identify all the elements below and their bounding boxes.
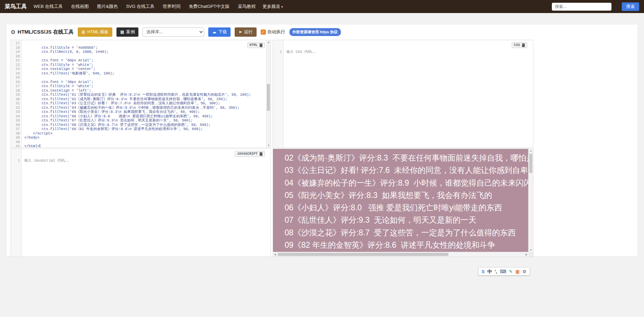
trash-icon[interactable] (522, 43, 525, 47)
nav-menu: WEB 在线工具在线画图图片&颜色SVG 在线工具世界时间免费ChatGPT中文… (34, 3, 256, 10)
html-template-button[interactable]: ▤ HTML 模板 (78, 27, 112, 37)
code-line: 17 (11, 41, 266, 46)
nav-item[interactable]: 在线画图 (71, 3, 89, 10)
search-input[interactable] (552, 3, 611, 11)
scrollbar-thumb[interactable] (267, 84, 270, 111)
chinese-mode-icon[interactable]: 中 (487, 269, 492, 274)
text-cursor (40, 144, 40, 148)
code-line: 19 ctx.fillRect(0, 0, 1080, 1440); (11, 50, 266, 54)
site-logo[interactable]: 菜鸟工具 (5, 3, 27, 10)
css-panel-label: CSS (512, 42, 527, 48)
preview-text-line: 02《成为简·奥斯汀》评分:8.3 不要在任何事物面前迷失掉自我，哪怕是教条 (285, 152, 529, 164)
example-button[interactable]: ▦ 案例 (116, 27, 138, 37)
nav-item[interactable]: SVG 在线工具 (126, 3, 154, 10)
gear-icon: ⚙ (11, 29, 15, 35)
editor-toolbar: ⚙ HTML/CSS/JS 在线工具 ▤ HTML 模板 ▦ 案例 选择库...… (7, 24, 637, 39)
preview-vertical-scrollbar[interactable]: ▲ ▼ (528, 149, 533, 252)
scrollbar-corner (529, 252, 533, 257)
scroll-right-icon[interactable]: ▶ (524, 252, 529, 257)
checkbox-checked-icon[interactable]: ✓ (261, 30, 266, 35)
https-notice-badge: 外部资源请使用 https 协议 (289, 28, 341, 36)
preview-canvas: 02《成为简·奥斯汀》评分:8.3 不要在任何事物面前迷失掉自我，哪怕是教条03… (273, 149, 529, 252)
nav-item-more-channels[interactable]: 更多频道▾ (262, 3, 283, 10)
preview-text-line: 08《沙漠之花》评分:8.7 受了这些苦，一定是为了什么值得的东西 (285, 226, 529, 239)
settings-icon[interactable]: ⚙ (522, 269, 527, 274)
toolbox-icon[interactable]: ▦ (516, 269, 520, 274)
scrollbar-thumb[interactable] (529, 154, 532, 173)
template-icon: ▤ (82, 30, 85, 34)
run-button[interactable]: ➤ 运行 (235, 27, 256, 37)
list-icon: ▦ (120, 30, 124, 34)
code-line: 35 ctx.fillText('07《乱世佳人》评分:9.3\n 无论如何，明… (11, 118, 266, 123)
code-line: 22 ctx.fillStyle = 'white'; (11, 63, 266, 67)
chevron-down-icon: ▾ (281, 5, 283, 9)
js-panel-label: JAVASCRIPT (235, 151, 265, 157)
paper-plane-icon: ➤ (238, 30, 242, 34)
scroll-left-icon[interactable]: ◀ (273, 252, 277, 257)
code-line: 20 (11, 54, 266, 59)
code-line: 26 ctx.font = '30px Arial'; (11, 80, 266, 84)
preview-text-line: 07《乱世佳人》评分:9.3 无论如何，明天又是新的一天 (285, 214, 529, 226)
scroll-down-icon[interactable]: ▼ (267, 143, 271, 148)
page-title: ⚙ HTML/CSS/JS 在线工具 (11, 29, 74, 35)
code-line: 21 ctx.font = '60px Arial'; (11, 58, 266, 63)
top-navbar: 菜鸟工具 WEB 在线工具在线画图图片&颜色SVG 在线工具世界时间免费Chat… (0, 0, 644, 13)
code-line: 29 ctx.fillText('01《穿普拉达的女王》经典 评分:8.2\n … (11, 93, 266, 97)
code-line: 38 </script> (11, 131, 266, 136)
html-editor-panel[interactable]: 1718 ctx.fillStyle = '#a095bd';19 ctx.fi… (11, 40, 271, 148)
trash-icon[interactable] (259, 43, 263, 47)
preview-text-line: 04《被嫌弃的松子的一生》评分:8.9 小时候，谁都觉得自己的未来闪闪发光，不是… (285, 177, 529, 189)
nav-item[interactable]: WEB 在线工具 (34, 3, 63, 10)
scroll-up-icon[interactable]: ▲ (267, 40, 271, 44)
punctuation-icon[interactable]: ’, (495, 269, 497, 274)
code-line: 34 ctx.fillText('06《小妇人》评分:8.0 强推\n 爱是我们… (11, 114, 266, 119)
code-line: 39</body> (11, 136, 266, 140)
preview-horizontal-scrollbar[interactable]: ◀ ▶ (273, 252, 529, 257)
js-code-area[interactable]: 1输入 JavaScript 代码…… (11, 150, 266, 257)
nav-item[interactable]: 菜鸟教程 (238, 3, 256, 10)
code-line: 23 ctx.textAlign = 'center'; (11, 67, 266, 71)
code-line: 37 ctx.fillText('09《82 年生的金智英》评分:8.6\n 讲… (11, 127, 266, 131)
code-line: 24 ctx.fillText('电影推荐', 540, 100); (11, 71, 266, 76)
css-placeholder: 输入 CSS 代码…… (285, 50, 316, 54)
line-number: 1 (11, 158, 23, 163)
js-placeholder: 输入 JavaScript 代码…… (23, 158, 69, 163)
nav-item[interactable]: 免费ChatGPT中文版 (189, 3, 230, 10)
preview-text-line: 05《阳光小美女》评分:8.3 如果我想要飞，我会有办法飞的 (285, 189, 529, 201)
scrollbar-thumb[interactable] (278, 253, 448, 256)
preview-text-line: 03《公主日记》好看! 评分:7.6 未经你的同意，没有人能让你感到自卑 (285, 164, 529, 176)
preview-text-line: 09《82 年生的金智英》评分:8.6 讲述平凡女性的处境和斗争 (285, 239, 529, 251)
nav-item[interactable]: 图片&颜色 (97, 3, 118, 10)
scroll-up-icon[interactable]: ▲ (529, 149, 533, 153)
css-editor-panel[interactable]: 1输入 CSS 代码…… CSS (273, 40, 533, 148)
html-editor-scrollbar[interactable]: ▲ ▼ (266, 40, 271, 148)
search-button[interactable]: 搜索 (622, 2, 639, 11)
pencil-icon[interactable]: ✎ (509, 269, 513, 274)
code-line: 18 ctx.fillStyle = '#a095bd'; (11, 46, 266, 50)
code-line: 28 ctx.textAlign = 'left'; (11, 89, 266, 93)
code-line: 41</html> (11, 144, 266, 148)
code-line: 33 ctx.fillText('05《阳光小美女》评分:8.3\n 如果我想要… (11, 110, 266, 114)
trash-icon[interactable] (259, 152, 263, 156)
auto-run-toggle[interactable]: ✓ 自动执行 (261, 29, 285, 35)
line-number: 1 (273, 50, 285, 54)
cloud-download-icon: ☁ (212, 30, 216, 34)
code-line: 30 ctx.fillText('02《成为简·奥斯汀》评分:8.3\n 不要在… (11, 97, 266, 102)
code-line: 40 (11, 140, 266, 144)
css-code-area[interactable]: 1输入 CSS 代码…… (273, 41, 529, 148)
library-select[interactable]: 选择库... (143, 27, 204, 37)
sogou-ime-bar[interactable]: S中’,⌨✎▦⚙ (478, 267, 530, 275)
download-button[interactable]: ☁ 下载 (208, 27, 231, 37)
sogou-logo-icon[interactable]: S (482, 269, 485, 274)
nav-item[interactable]: 世界时间 (163, 3, 181, 10)
tool-card: ⚙ HTML/CSS/JS 在线工具 ▤ HTML 模板 ▦ 案例 选择库...… (6, 24, 638, 257)
scroll-down-icon[interactable]: ▼ (529, 248, 533, 252)
preview-panel: 02《成为简·奥斯汀》评分:8.3 不要在任何事物面前迷失掉自我，哪怕是教条03… (273, 149, 533, 257)
html-code-area[interactable]: 1718 ctx.fillStyle = '#a095bd';19 ctx.fi… (11, 41, 266, 148)
keyboard-icon[interactable]: ⌨ (500, 269, 506, 274)
js-editor-panel[interactable]: 1输入 JavaScript 代码…… JAVASCRIPT (11, 149, 271, 257)
code-line: 27 ctx.fillStyle = 'white'; (11, 84, 266, 89)
code-line: 25 (11, 75, 266, 80)
code-line: 32 ctx.fillText('04《被嫌弃的松子的一生》评分:8.9\n 小… (11, 106, 266, 110)
preview-text-line: 06《小妇人》评分:8.0 强推 爱是我们死亡时唯yi能带走的东西 (285, 201, 529, 214)
